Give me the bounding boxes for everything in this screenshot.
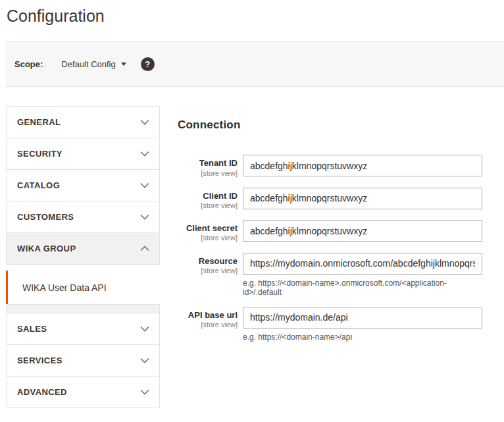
field-label-block: Tenant ID [store view] — [178, 155, 238, 177]
nav-section-general: GENERAL — [6, 106, 160, 138]
scope-label: Scope: — [14, 59, 43, 69]
chevron-down-icon — [140, 326, 149, 332]
page-title: Configuration — [0, 0, 504, 26]
field-label-block: API base url [store view] — [178, 307, 238, 342]
field-note: e.g. https://<domain-name>/api — [243, 332, 482, 342]
nav-header-sales[interactable]: SALES — [7, 313, 159, 344]
field-input-block: e.g. https://<domain-name>/api — [243, 307, 482, 342]
field-label: Client ID — [178, 191, 238, 201]
resource-input[interactable] — [243, 253, 482, 275]
api-base-url-input[interactable] — [243, 307, 482, 329]
connection-section-title: Connection — [178, 119, 504, 132]
chevron-down-icon — [140, 182, 149, 188]
field-row-client-secret: Client secret [store view] — [178, 220, 504, 242]
field-scope-hint: [store view] — [178, 267, 238, 275]
connection-fields: Tenant ID [store view] Client ID [store … — [178, 155, 504, 341]
nav-section-sales: SALES — [6, 313, 160, 345]
field-input-block — [243, 155, 482, 177]
field-input-block — [243, 188, 482, 210]
client-secret-input[interactable] — [243, 220, 482, 242]
nav-title: WIKA GROUP — [17, 244, 76, 253]
field-row-tenant-id: Tenant ID [store view] — [178, 155, 504, 177]
chevron-down-icon — [140, 214, 149, 220]
chevron-up-icon — [140, 246, 149, 251]
wika-group-subnav: WIKA User Data API — [6, 265, 160, 305]
field-row-resource: Resource [store view] e.g. https://<doma… — [178, 253, 504, 297]
nav-header-catalog[interactable]: CATALOG — [7, 170, 159, 201]
sidebar-item-wika-user-data-api[interactable]: WIKA User Data API — [6, 271, 160, 304]
question-mark-icon: ? — [145, 59, 150, 69]
config-nav-sidebar: GENERAL SECURITY CATALOG — [6, 107, 160, 408]
config-form-area: Connection Tenant ID [store view] Client… — [160, 107, 504, 408]
chevron-down-icon — [140, 119, 149, 125]
nav-header-services[interactable]: SERVICES — [7, 345, 159, 376]
scope-switcher[interactable]: Default Config — [61, 59, 126, 69]
nav-title: CATALOG — [17, 180, 60, 190]
field-label: API base url — [178, 310, 238, 321]
nav-title: SERVICES — [17, 356, 63, 365]
field-input-block — [243, 220, 482, 242]
field-input-block: e.g. https://<domain-name>.onmicrosoft.c… — [243, 253, 482, 297]
chevron-down-icon — [140, 357, 149, 363]
content-row: GENERAL SECURITY CATALOG — [6, 107, 504, 408]
nav-section-advanced: ADVANCED — [6, 376, 160, 408]
nav-title: GENERAL — [17, 117, 61, 127]
scope-selected-value: Default Config — [61, 59, 115, 69]
nav-title: CUSTOMERS — [17, 212, 74, 222]
nav-section-services: SERVICES — [6, 344, 160, 377]
nav-header-wika-group[interactable]: WIKA GROUP — [7, 233, 159, 264]
field-scope-hint: [store view] — [178, 321, 238, 329]
nav-section-catalog: CATALOG — [6, 169, 160, 201]
nav-header-customers[interactable]: CUSTOMERS — [7, 201, 159, 232]
field-scope-hint: [store view] — [178, 234, 238, 242]
client-id-input[interactable] — [243, 188, 482, 209]
field-row-api-base-url: API base url [store view] e.g. https://<… — [178, 307, 504, 342]
scope-help-button[interactable]: ? — [141, 57, 155, 71]
nav-section-wika-group: WIKA GROUP — [6, 232, 160, 265]
field-label-block: Resource [store view] — [178, 253, 238, 297]
field-label-block: Client ID [store view] — [178, 188, 238, 210]
field-row-client-id: Client ID [store view] — [178, 188, 504, 210]
subnav-item-label: WIKA User Data API — [22, 282, 107, 293]
nav-section-customers: CUSTOMERS — [6, 201, 160, 233]
configuration-page: Configuration Scope: Default Config ? GE… — [0, 0, 504, 408]
chevron-down-icon — [140, 389, 149, 395]
field-label: Tenant ID — [178, 158, 238, 169]
nav-title: SECURITY — [17, 149, 63, 159]
tenant-id-input[interactable] — [243, 155, 482, 176]
nav-title: SALES — [17, 324, 47, 334]
field-scope-hint: [store view] — [178, 169, 238, 178]
nav-header-security[interactable]: SECURITY — [7, 138, 159, 169]
nav-title: ADVANCED — [17, 387, 67, 397]
caret-down-icon — [121, 63, 126, 66]
field-scope-hint: [store view] — [178, 201, 238, 210]
nav-section-security: SECURITY — [6, 138, 160, 170]
field-label-block: Client secret [store view] — [178, 220, 238, 242]
field-label: Client secret — [178, 223, 238, 234]
field-note: e.g. https://<domain-name>.onmicrosoft.c… — [243, 278, 482, 297]
chevron-down-icon — [140, 151, 149, 157]
nav-header-advanced[interactable]: ADVANCED — [7, 377, 159, 408]
scope-bar: Scope: Default Config ? — [6, 41, 504, 87]
nav-header-general[interactable]: GENERAL — [7, 107, 159, 138]
field-label: Resource — [178, 256, 238, 267]
